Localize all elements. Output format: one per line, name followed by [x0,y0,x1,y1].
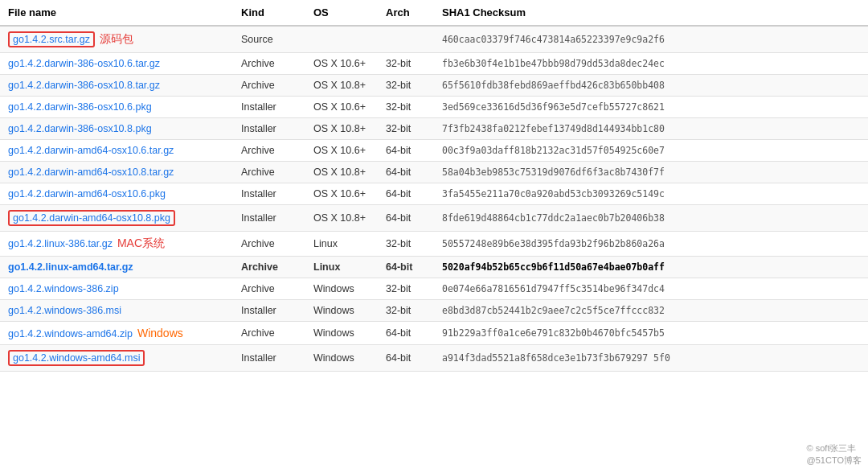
cell-arch: 64-bit [378,205,434,232]
cell-filename[interactable]: go1.4.2.src.tar.gz源码包 [0,26,233,53]
table-row: go1.4.2.darwin-386-osx10.6.pkgInstallerO… [0,97,868,118]
cell-filename[interactable]: go1.4.2.darwin-386-osx10.8.pkg [0,118,233,140]
cell-os: OS X 10.6+ [305,140,378,162]
cell-checksum: 91b229a3ff0a1ce6e791c832b0b4670bfc5457b5 [434,322,868,345]
cell-kind: Installer [233,205,305,232]
cell-kind: Installer [233,300,305,322]
cell-checksum: 50557248e89b6e38d395fda93b2f96b2b860a26a [434,232,868,257]
cell-kind: Archive [233,140,305,162]
cell-filename[interactable]: go1.4.2.darwin-amd64-osx10.8.tar.gz [0,162,233,183]
cell-os: OS X 10.8+ [305,162,378,183]
cell-checksum: 00c3f9a03daff818b2132ac31d57f054925c60e7 [434,140,868,162]
table-row: go1.4.2.darwin-386-osx10.6.tar.gzArchive… [0,53,868,75]
table-row: go1.4.2.windows-386.msiInstallerWindows3… [0,300,868,322]
cell-os: Linux [305,257,378,278]
table-row: go1.4.2.darwin-386-osx10.8.pkgInstallerO… [0,118,868,140]
cell-kind: Archive [233,162,305,183]
cell-os: Windows [305,300,378,322]
table-row: go1.4.2.darwin-386-osx10.8.tar.gzArchive… [0,75,868,97]
col-header-checksum: SHA1 Checksum [434,0,868,26]
cell-os: OS X 10.6+ [305,53,378,75]
cell-filename[interactable]: go1.4.2.linux-amd64.tar.gz [0,257,233,278]
cell-checksum: fb3e6b30f4e1b1be47bbb98d79dd53da8dec24ec [434,53,868,75]
table-row: go1.4.2.windows-amd64.msiInstallerWindow… [0,345,868,372]
cell-os: OS X 10.8+ [305,75,378,97]
cell-arch: 32-bit [378,53,434,75]
cell-arch: 64-bit [378,183,434,205]
cell-filename[interactable]: go1.4.2.windows-amd64.msi [0,345,233,372]
annotation-label: Windows [137,327,183,339]
cell-os: OS X 10.8+ [305,205,378,232]
cell-checksum: 58a04b3eb9853c75319d9076df6f3ac8b7430f7f [434,162,868,183]
cell-kind: Archive [233,53,305,75]
table-row: go1.4.2.src.tar.gz源码包Source460caac03379f… [0,26,868,53]
table-row: go1.4.2.darwin-amd64-osx10.6.tar.gzArchi… [0,140,868,162]
cell-kind: Archive [233,257,305,278]
cell-arch [378,26,434,53]
cell-filename[interactable]: go1.4.2.darwin-386-osx10.6.tar.gz [0,53,233,75]
cell-checksum: 3ed569ce33616d5d36f963e5d7cefb55727c8621 [434,97,868,118]
cell-os: OS X 10.8+ [305,118,378,140]
cell-checksum: 65f5610fdb38febd869aeffbd426c83b650bb408 [434,75,868,97]
cell-filename[interactable]: go1.4.2.windows-386.zip [0,278,233,300]
cell-kind: Archive [233,75,305,97]
cell-checksum: 7f3fb2438fa0212febef13749d8d144934bb1c80 [434,118,868,140]
cell-os: OS X 10.6+ [305,97,378,118]
cell-filename[interactable]: go1.4.2.linux-386.tar.gzMAC系统 [0,232,233,257]
cell-filename[interactable]: go1.4.2.darwin-amd64-osx10.6.tar.gz [0,140,233,162]
cell-os: Windows [305,322,378,345]
cell-arch: 64-bit [378,140,434,162]
cell-arch: 32-bit [378,232,434,257]
annotation-label: MAC系统 [117,236,165,249]
cell-arch: 32-bit [378,118,434,140]
cell-arch: 64-bit [378,345,434,372]
cell-filename[interactable]: go1.4.2.windows-386.msi [0,300,233,322]
cell-kind: Archive [233,232,305,257]
col-header-os: OS [305,0,378,26]
cell-arch: 64-bit [378,162,434,183]
file-table: File name Kind OS Arch SHA1 Checksum go1… [0,0,868,372]
cell-arch: 64-bit [378,257,434,278]
col-header-filename: File name [0,0,233,26]
cell-filename[interactable]: go1.4.2.darwin-amd64-osx10.6.pkg [0,183,233,205]
table-row: go1.4.2.linux-amd64.tar.gzArchiveLinux64… [0,257,868,278]
cell-kind: Archive [233,322,305,345]
cell-checksum: 0e074e66a7816561d7947ff5c3514be96f347dc4 [434,278,868,300]
table-row: go1.4.2.darwin-amd64-osx10.6.pkgInstalle… [0,183,868,205]
table-row: go1.4.2.windows-386.zipArchiveWindows32-… [0,278,868,300]
cell-kind: Installer [233,345,305,372]
watermark-text: © soft张三丰@51CTO博客 [807,442,862,467]
cell-filename[interactable]: go1.4.2.windows-amd64.zipWindows [0,322,233,345]
cell-checksum: e8bd3d87cb52441b2c9aee7c2c5f5ce7ffccc832 [434,300,868,322]
cell-filename[interactable]: go1.4.2.darwin-amd64-osx10.8.pkg [0,205,233,232]
cell-checksum: a914f3dad5521a8f658dce3e1b73f3b679297 5f… [434,345,868,372]
file-table-container: File name Kind OS Arch SHA1 Checksum go1… [0,0,868,372]
col-header-arch: Arch [378,0,434,26]
cell-os: Linux [305,232,378,257]
cell-arch: 32-bit [378,300,434,322]
table-row: go1.4.2.darwin-amd64-osx10.8.pkgInstalle… [0,205,868,232]
cell-arch: 64-bit [378,322,434,345]
cell-checksum: 5020af94b52b65cc9b6f11d50a67e4bae07b0aff [434,257,868,278]
cell-os: OS X 10.6+ [305,183,378,205]
cell-os [305,26,378,53]
cell-os: Windows [305,345,378,372]
cell-arch: 32-bit [378,75,434,97]
cell-filename[interactable]: go1.4.2.darwin-386-osx10.8.tar.gz [0,75,233,97]
cell-os: Windows [305,278,378,300]
cell-filename[interactable]: go1.4.2.darwin-386-osx10.6.pkg [0,97,233,118]
cell-kind: Archive [233,278,305,300]
cell-kind: Installer [233,97,305,118]
table-row: go1.4.2.windows-amd64.zipWindowsArchiveW… [0,322,868,345]
cell-arch: 32-bit [378,97,434,118]
cell-kind: Source [233,26,305,53]
cell-checksum: 3fa5455e211a70c0a920abd53cb3093269c5149c [434,183,868,205]
table-header-row: File name Kind OS Arch SHA1 Checksum [0,0,868,26]
col-header-kind: Kind [233,0,305,26]
cell-checksum: 8fde619d48864cb1c77ddc2a1aec0b7b20406b38 [434,205,868,232]
cell-arch: 32-bit [378,278,434,300]
table-row: go1.4.2.darwin-amd64-osx10.8.tar.gzArchi… [0,162,868,183]
annotation-label: 源码包 [100,32,133,45]
cell-kind: Installer [233,118,305,140]
cell-checksum: 460caac03379f746c473814a65223397e9c9a2f6 [434,26,868,53]
